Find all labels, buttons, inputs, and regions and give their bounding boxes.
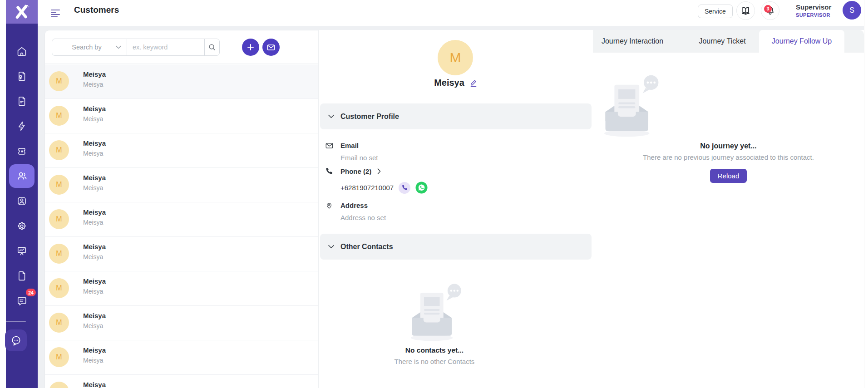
customer-list-item[interactable]: M Meisya Meisya (45, 168, 318, 202)
menu-toggle-icon[interactable] (51, 10, 61, 16)
other-contacts-empty-state: No contacts yet... There is no other Con… (319, 282, 550, 365)
journey-panel: Journey InteractionJourney TicketJourney… (593, 30, 864, 388)
customer-list-item[interactable]: M Meisya Meisya (45, 271, 318, 306)
email-label: Email (340, 142, 359, 149)
no-journey-title: No journey yet... (593, 142, 864, 150)
reload-button[interactable]: Reload (710, 169, 747, 183)
help-chat-button[interactable] (5, 329, 27, 351)
call-button[interactable] (399, 182, 410, 194)
phone-label-text: Phone (2) (340, 167, 371, 175)
user-avatar[interactable]: S (843, 1, 861, 20)
customer-name: Meisya (83, 208, 106, 216)
customer-avatar: M (49, 382, 69, 388)
customer-list-item[interactable]: M Meisya Meisya (45, 99, 318, 133)
note-document-icon (16, 95, 28, 107)
tab-journey-ticket[interactable]: Journey Ticket (684, 30, 761, 53)
detail-avatar: M (438, 40, 473, 75)
call-phone-icon (402, 185, 408, 191)
sidebar-item-contacts[interactable] (9, 188, 35, 213)
add-customer-button[interactable] (242, 39, 259, 56)
sidebar-item-chats[interactable]: 24 (9, 288, 35, 313)
customers-icon (16, 170, 28, 182)
customer-name: Meisya (83, 312, 106, 319)
customer-list-item[interactable]: M Meisya Meisya (45, 375, 318, 388)
customer-name: Meisya (83, 139, 106, 147)
customer-subtitle: Meisya (83, 219, 103, 226)
scrollbar-gutter[interactable] (864, 0, 868, 388)
service-button[interactable]: Service (698, 5, 733, 18)
notifications-button[interactable]: 3 (761, 1, 779, 20)
search-icon (208, 43, 216, 51)
chevron-down-icon (116, 45, 121, 49)
tab-journey-interaction[interactable]: Journey Interaction (599, 30, 666, 53)
customer-list-item[interactable]: M Meisya Meisya (45, 133, 318, 168)
x-logo-icon (14, 4, 30, 20)
award-document-icon (16, 70, 28, 82)
plus-icon (247, 44, 254, 51)
customer-avatar: M (49, 278, 69, 298)
customer-subtitle: Meisya (83, 288, 103, 295)
sidebar-item-reports[interactable] (9, 238, 35, 263)
app-logo[interactable] (6, 0, 38, 24)
search-input[interactable] (127, 39, 204, 55)
edit-pencil-icon[interactable] (469, 79, 478, 87)
chat-icon (16, 295, 28, 307)
customer-name: Meisya (83, 277, 106, 285)
address-value: Address no set (340, 214, 386, 221)
customer-avatar: M (49, 209, 69, 229)
other-contacts-section-header[interactable]: Other Contacts (320, 234, 592, 260)
customer-name: Meisya (83, 243, 106, 250)
tab-journey-follow-up[interactable]: Journey Follow Up (759, 30, 844, 53)
report-board-icon (16, 245, 28, 257)
settings-gear-icon (16, 220, 28, 232)
knowledge-base-button[interactable] (736, 1, 755, 20)
user-role: SUPERVISOR (796, 13, 831, 18)
sidebar-item-automation[interactable] (9, 113, 35, 138)
no-journey-subtitle: There are no previous journey associated… (593, 153, 864, 161)
user-name: Supervisor (796, 4, 831, 10)
detail-customer-name: Meisya (434, 78, 464, 88)
customer-avatar: M (49, 175, 69, 195)
customer-profile-section-header[interactable]: Customer Profile (320, 103, 592, 129)
ticket-icon (16, 145, 28, 157)
sidebar-item-files[interactable] (9, 263, 35, 288)
phone-label[interactable]: Phone (2) (340, 167, 381, 175)
customer-avatar: M (49, 313, 69, 333)
search-by-dropdown[interactable]: Search by (52, 39, 127, 55)
sidebar-item-notes[interactable] (9, 88, 35, 113)
customer-list-item[interactable]: M Meisya Meisya (45, 202, 318, 237)
customer-avatar: M (49, 244, 69, 264)
customer-list-item[interactable]: M Meisya Meisya (45, 237, 318, 271)
location-pin-icon (326, 201, 333, 210)
journey-tabbar: Journey InteractionJourney TicketJourney… (593, 30, 864, 53)
sidebar-item-certificates[interactable] (9, 64, 35, 88)
customer-list-item[interactable]: M Meisya Meisya (45, 306, 318, 340)
no-contacts-subtitle: There is no other Contacts (319, 358, 550, 365)
chevron-down-icon (328, 114, 334, 118)
service-button-label: Service (705, 8, 726, 15)
customer-subtitle: Meisya (83, 357, 103, 364)
customer-list-item[interactable]: M Meisya Meisya (45, 64, 318, 99)
email-icon (326, 142, 333, 149)
customer-avatar: M (49, 106, 69, 126)
customer-subtitle: Meisya (83, 322, 103, 329)
page-title: Customers (74, 5, 119, 15)
sidebar-item-home[interactable] (9, 39, 35, 64)
whatsapp-icon (415, 182, 428, 194)
customer-list-item[interactable]: M Meisya Meisya (45, 340, 318, 375)
sidebar-item-settings[interactable] (9, 213, 35, 238)
email-blast-button[interactable] (262, 39, 280, 56)
sidebar-item-customers[interactable] (9, 164, 35, 188)
sidebar-divider (6, 321, 26, 322)
customer-list: M Meisya Meisya M Meisya Meisya M Meisya… (45, 64, 318, 388)
empty-inbox-illustration (593, 74, 666, 138)
file-icon (16, 270, 28, 282)
whatsapp-button[interactable] (415, 182, 428, 194)
search-submit-button[interactable] (204, 39, 219, 55)
user-info[interactable]: Supervisor SUPERVISOR (796, 4, 831, 18)
customer-subtitle: Meisya (83, 150, 103, 157)
search-by-label: Search by (58, 44, 116, 51)
sidebar-item-tickets[interactable] (9, 138, 35, 163)
chevron-right-icon (377, 168, 381, 174)
envelope-icon (267, 44, 275, 51)
